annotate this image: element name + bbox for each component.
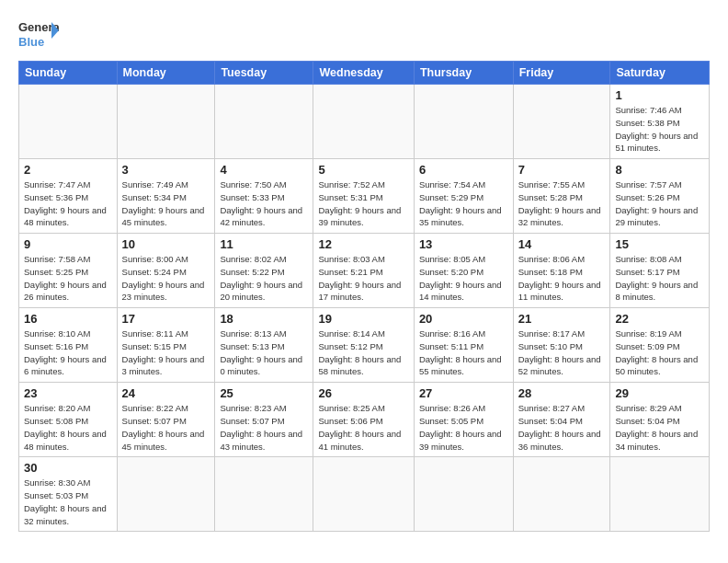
day-info: Sunrise: 7:57 AM Sunset: 5:26 PM Dayligh… — [615, 178, 704, 229]
day-number: 9 — [24, 237, 112, 251]
day-info: Sunrise: 7:52 AM Sunset: 5:31 PM Dayligh… — [318, 178, 408, 229]
logo: General Blue — [18, 18, 59, 52]
day-cell — [414, 457, 513, 532]
day-info: Sunrise: 8:17 AM Sunset: 5:10 PM Dayligh… — [518, 327, 606, 378]
col-header-thursday: Thursday — [414, 62, 513, 85]
day-info: Sunrise: 8:25 AM Sunset: 5:06 PM Dayligh… — [318, 402, 408, 453]
day-cell: 8Sunrise: 7:57 AM Sunset: 5:26 PM Daylig… — [610, 159, 710, 234]
day-info: Sunrise: 8:05 AM Sunset: 5:20 PM Dayligh… — [419, 253, 508, 304]
day-info: Sunrise: 7:49 AM Sunset: 5:34 PM Dayligh… — [122, 178, 210, 229]
week-row-3: 16Sunrise: 8:10 AM Sunset: 5:16 PM Dayli… — [19, 308, 710, 383]
day-info: Sunrise: 8:29 AM Sunset: 5:04 PM Dayligh… — [615, 402, 704, 453]
day-cell: 12Sunrise: 8:03 AM Sunset: 5:21 PM Dayli… — [313, 234, 414, 308]
days-header-row: SundayMondayTuesdayWednesdayThursdayFrid… — [19, 62, 710, 85]
day-cell — [215, 85, 313, 159]
day-cell — [313, 85, 414, 159]
day-cell: 17Sunrise: 8:11 AM Sunset: 5:15 PM Dayli… — [117, 308, 215, 383]
day-number: 11 — [220, 237, 308, 251]
header: General Blue — [18, 15, 710, 52]
day-info: Sunrise: 8:22 AM Sunset: 5:07 PM Dayligh… — [122, 402, 210, 453]
day-cell: 30Sunrise: 8:30 AM Sunset: 5:03 PM Dayli… — [19, 457, 118, 532]
day-cell: 11Sunrise: 8:02 AM Sunset: 5:22 PM Dayli… — [215, 234, 313, 308]
day-number: 5 — [318, 163, 408, 177]
day-info: Sunrise: 8:00 AM Sunset: 5:24 PM Dayligh… — [122, 253, 210, 304]
week-row-0: 1Sunrise: 7:46 AM Sunset: 5:38 PM Daylig… — [19, 85, 710, 159]
day-info: Sunrise: 8:08 AM Sunset: 5:17 PM Dayligh… — [615, 253, 704, 304]
week-row-5: 30Sunrise: 8:30 AM Sunset: 5:03 PM Dayli… — [19, 457, 710, 532]
day-info: Sunrise: 8:19 AM Sunset: 5:09 PM Dayligh… — [615, 327, 704, 378]
day-info: Sunrise: 8:30 AM Sunset: 5:03 PM Dayligh… — [24, 477, 112, 527]
day-number: 2 — [24, 163, 112, 177]
day-number: 8 — [615, 163, 704, 177]
day-number: 15 — [615, 237, 704, 251]
day-cell: 22Sunrise: 8:19 AM Sunset: 5:09 PM Dayli… — [610, 308, 710, 383]
day-number: 27 — [419, 386, 508, 400]
day-info: Sunrise: 7:47 AM Sunset: 5:36 PM Dayligh… — [24, 178, 112, 229]
day-info: Sunrise: 8:27 AM Sunset: 5:04 PM Dayligh… — [518, 402, 606, 453]
day-cell: 9Sunrise: 7:58 AM Sunset: 5:25 PM Daylig… — [19, 234, 118, 308]
day-cell: 16Sunrise: 8:10 AM Sunset: 5:16 PM Dayli… — [19, 308, 118, 383]
calendar: SundayMondayTuesdayWednesdayThursdayFrid… — [18, 61, 710, 532]
day-number: 23 — [24, 386, 112, 400]
day-number: 17 — [122, 312, 210, 326]
col-header-sunday: Sunday — [19, 62, 118, 85]
day-info: Sunrise: 8:26 AM Sunset: 5:05 PM Dayligh… — [419, 402, 508, 453]
day-cell: 13Sunrise: 8:05 AM Sunset: 5:20 PM Dayli… — [414, 234, 513, 308]
day-cell: 14Sunrise: 8:06 AM Sunset: 5:18 PM Dayli… — [513, 234, 610, 308]
day-number: 13 — [419, 237, 508, 251]
day-number: 1 — [615, 88, 704, 102]
week-row-1: 2Sunrise: 7:47 AM Sunset: 5:36 PM Daylig… — [19, 159, 710, 234]
day-cell: 19Sunrise: 8:14 AM Sunset: 5:12 PM Dayli… — [313, 308, 414, 383]
day-number: 10 — [122, 237, 210, 251]
day-info: Sunrise: 8:16 AM Sunset: 5:11 PM Dayligh… — [419, 327, 508, 378]
day-info: Sunrise: 7:50 AM Sunset: 5:33 PM Dayligh… — [220, 178, 308, 229]
day-info: Sunrise: 8:13 AM Sunset: 5:13 PM Dayligh… — [220, 327, 308, 378]
col-header-tuesday: Tuesday — [215, 62, 313, 85]
day-cell: 10Sunrise: 8:00 AM Sunset: 5:24 PM Dayli… — [117, 234, 215, 308]
day-cell: 4Sunrise: 7:50 AM Sunset: 5:33 PM Daylig… — [215, 159, 313, 234]
day-cell: 5Sunrise: 7:52 AM Sunset: 5:31 PM Daylig… — [313, 159, 414, 234]
day-info: Sunrise: 8:20 AM Sunset: 5:08 PM Dayligh… — [24, 402, 112, 453]
day-number: 16 — [24, 312, 112, 326]
day-cell — [117, 457, 215, 532]
day-cell: 23Sunrise: 8:20 AM Sunset: 5:08 PM Dayli… — [19, 383, 118, 457]
day-number: 21 — [518, 312, 606, 326]
day-cell: 15Sunrise: 8:08 AM Sunset: 5:17 PM Dayli… — [610, 234, 710, 308]
week-row-4: 23Sunrise: 8:20 AM Sunset: 5:08 PM Dayli… — [19, 383, 710, 457]
day-cell — [19, 85, 118, 159]
day-info: Sunrise: 8:06 AM Sunset: 5:18 PM Dayligh… — [518, 253, 606, 304]
day-cell: 28Sunrise: 8:27 AM Sunset: 5:04 PM Dayli… — [513, 383, 610, 457]
day-cell: 6Sunrise: 7:54 AM Sunset: 5:29 PM Daylig… — [414, 159, 513, 234]
col-header-saturday: Saturday — [610, 62, 710, 85]
day-cell: 24Sunrise: 8:22 AM Sunset: 5:07 PM Dayli… — [117, 383, 215, 457]
day-number: 12 — [318, 237, 408, 251]
day-number: 18 — [220, 312, 308, 326]
day-number: 29 — [615, 386, 704, 400]
day-info: Sunrise: 8:02 AM Sunset: 5:22 PM Dayligh… — [220, 253, 308, 304]
day-number: 25 — [220, 386, 308, 400]
day-number: 7 — [518, 163, 606, 177]
day-number: 22 — [615, 312, 704, 326]
col-header-friday: Friday — [513, 62, 610, 85]
day-number: 3 — [122, 163, 210, 177]
day-cell: 20Sunrise: 8:16 AM Sunset: 5:11 PM Dayli… — [414, 308, 513, 383]
day-cell — [414, 85, 513, 159]
day-cell — [610, 457, 710, 532]
generalblue-logo-icon: General Blue — [18, 18, 59, 52]
day-cell: 21Sunrise: 8:17 AM Sunset: 5:10 PM Dayli… — [513, 308, 610, 383]
day-number: 14 — [518, 237, 606, 251]
day-cell: 7Sunrise: 7:55 AM Sunset: 5:28 PM Daylig… — [513, 159, 610, 234]
col-header-monday: Monday — [117, 62, 215, 85]
day-cell: 18Sunrise: 8:13 AM Sunset: 5:13 PM Dayli… — [215, 308, 313, 383]
day-cell — [313, 457, 414, 532]
day-cell — [513, 85, 610, 159]
day-cell — [117, 85, 215, 159]
day-info: Sunrise: 7:54 AM Sunset: 5:29 PM Dayligh… — [419, 178, 508, 229]
day-number: 24 — [122, 386, 210, 400]
day-number: 20 — [419, 312, 508, 326]
day-number: 19 — [318, 312, 408, 326]
day-info: Sunrise: 8:11 AM Sunset: 5:15 PM Dayligh… — [122, 327, 210, 378]
day-cell: 29Sunrise: 8:29 AM Sunset: 5:04 PM Dayli… — [610, 383, 710, 457]
day-info: Sunrise: 8:03 AM Sunset: 5:21 PM Dayligh… — [318, 253, 408, 304]
day-info: Sunrise: 7:58 AM Sunset: 5:25 PM Dayligh… — [24, 253, 112, 304]
